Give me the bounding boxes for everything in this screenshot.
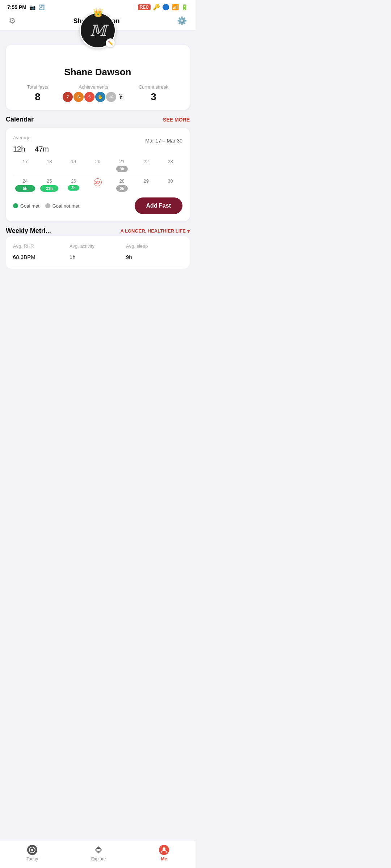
avatar-edit-button[interactable]: ✏️ xyxy=(106,38,115,48)
cal-day-24: 24 5h xyxy=(13,178,37,192)
weekly-metrics-card: Avg. RHR 68.3BPM Avg. activity 1h Avg. s… xyxy=(6,236,190,269)
badge-3: 5 xyxy=(84,91,95,103)
goal-not-met-dot xyxy=(45,203,50,208)
streak-label: Current streak xyxy=(139,84,168,90)
badge-1: 7 xyxy=(62,91,73,103)
day-num-26: 26 xyxy=(71,178,76,184)
video-icon: 📷 xyxy=(29,4,35,10)
day-num-23: 23 xyxy=(168,159,173,164)
cal-day-17: 17 xyxy=(13,159,37,172)
day-num-28: 28 xyxy=(119,178,125,184)
day-num-29: 29 xyxy=(143,178,148,184)
day-num-19: 19 xyxy=(71,159,76,164)
crown-icon: 👑 xyxy=(93,12,103,17)
profile-info: Shane Dawson Total fasts 8 Achievements … xyxy=(13,67,182,103)
day-24-pill: 5h xyxy=(15,185,35,192)
cal-day-27: 27 xyxy=(86,178,110,192)
badge-more: +6 xyxy=(105,91,117,103)
weekly-subtitle-text: A LONGER, HEALTHIER LIFE xyxy=(120,228,186,234)
avg-sleep-label: Avg. sleep xyxy=(126,243,182,249)
achievements-stat: Achievements 7 6 5 🖐 +6 🖱 xyxy=(62,84,125,103)
profile-name: Shane Dawson xyxy=(13,67,182,78)
total-fasts-label: Total fasts xyxy=(27,84,49,90)
calendar-week1: 17 18 19 20 21 9h 22 23 xyxy=(13,159,182,172)
weekly-metrics-title: Weekly Metri... xyxy=(6,227,51,235)
avg-sleep-unit: h xyxy=(129,254,132,260)
calendar-section-header: Calendar SEE MORE xyxy=(0,116,196,123)
day-21-pill: 9h xyxy=(116,166,128,172)
badge-2: 6 xyxy=(73,91,84,103)
cursor-icon: 🖱 xyxy=(118,93,125,101)
cal-day-22: 22 xyxy=(134,159,158,172)
avg-rhr-unit: BPM xyxy=(24,254,35,260)
achievements-badges: 7 6 5 🖐 +6 🖱 xyxy=(62,91,125,103)
current-streak-stat: Current streak 3 xyxy=(139,84,168,103)
day-num-17: 17 xyxy=(22,159,28,164)
battery-icon: 🔋 xyxy=(181,4,188,10)
calendar-avg: Average 12h 47m xyxy=(13,135,49,154)
weekly-subtitle[interactable]: A LONGER, HEALTHIER LIFE ▾ xyxy=(120,228,190,234)
rec-icon: REC xyxy=(138,4,151,10)
avg-label: Average xyxy=(13,135,49,140)
avg-activity-unit: h xyxy=(72,254,75,260)
day-num-27: 27 xyxy=(94,178,102,186)
legend-goal-met: Goal met xyxy=(13,203,39,209)
calendar-card: Average 12h 47m Mar 17 – Mar 30 17 18 19 xyxy=(6,128,190,221)
cal-day-23: 23 xyxy=(158,159,182,172)
wifi-icon: 📶 xyxy=(172,4,179,10)
avg-minutes: 47m xyxy=(35,145,49,153)
calendar-week2: 24 5h 25 23h 26 3h 27 28 0h 29 30 xyxy=(13,178,182,192)
total-fasts-stat: Total fasts 8 xyxy=(27,84,49,103)
cast-icon: 🔄 xyxy=(38,4,45,10)
avg-rhr-value: 68.3BPM xyxy=(13,250,70,261)
status-right: REC 🔑 🔵 📶 🔋 xyxy=(138,4,188,10)
cal-day-26: 26 3h xyxy=(62,178,86,192)
legend: Goal met Goal not met xyxy=(13,203,79,209)
badge-4: 🖐 xyxy=(94,91,106,103)
avg-activity-label: Avg. activity xyxy=(70,243,126,249)
add-fast-button[interactable]: Add Fast xyxy=(135,197,182,214)
see-more-button[interactable]: SEE MORE xyxy=(163,117,190,123)
goal-met-label: Goal met xyxy=(20,203,39,209)
avatar-initial: 𝕄 xyxy=(90,22,106,39)
day-num-25: 25 xyxy=(47,178,52,184)
goal-met-dot xyxy=(13,203,18,208)
status-time: 7:55 PM xyxy=(7,4,26,10)
avg-hours: 12h xyxy=(13,145,25,153)
day-26-pill: 3h xyxy=(68,185,79,191)
avg-activity-metric: Avg. activity 1h xyxy=(70,243,126,261)
key-icon: 🔑 xyxy=(153,4,160,10)
profile-stats: Total fasts 8 Achievements 7 6 5 🖐 +6 🖱 xyxy=(13,84,182,103)
cal-day-29: 29 xyxy=(134,178,158,192)
scroll-area: 👑 𝕄 ✏️ Shane Dawson Total fasts 8 Achiev… xyxy=(0,30,196,302)
avg-activity-value: 1h xyxy=(70,250,126,261)
cal-day-19: 19 xyxy=(62,159,86,172)
avg-sleep-value: 9h xyxy=(126,250,182,261)
day-num-20: 20 xyxy=(95,159,100,164)
legend-goal-not-met: Goal not met xyxy=(45,203,79,209)
avg-rhr-metric: Avg. RHR 68.3BPM xyxy=(13,243,70,261)
status-left: 7:55 PM 📷 🔄 xyxy=(7,4,45,10)
day-num-22: 22 xyxy=(143,159,148,164)
achievements-label: Achievements xyxy=(79,84,108,90)
cal-day-18: 18 xyxy=(37,159,62,172)
day-num-21: 21 xyxy=(119,159,125,164)
day-num-24: 24 xyxy=(22,178,28,184)
cal-day-20: 20 xyxy=(86,159,110,172)
cal-day-21: 21 9h xyxy=(110,159,134,172)
weekly-metrics-header: Weekly Metri... A LONGER, HEALTHIER LIFE… xyxy=(0,227,196,235)
sliders-icon[interactable]: ⚙ xyxy=(9,16,16,26)
avg-value: 12h 47m xyxy=(13,141,49,154)
avg-sleep-metric: Avg. sleep 9h xyxy=(126,243,182,261)
chevron-down-icon: ▾ xyxy=(187,228,190,234)
date-range: Mar 17 – Mar 30 xyxy=(145,138,182,144)
calendar-divider xyxy=(13,176,182,176)
cal-day-30: 30 xyxy=(158,178,182,192)
avg-rhr-label: Avg. RHR xyxy=(13,243,70,249)
goal-not-met-label: Goal not met xyxy=(52,203,79,209)
total-fasts-value: 8 xyxy=(35,91,41,103)
day-28-pill: 0h xyxy=(116,185,128,192)
metrics-row: Avg. RHR 68.3BPM Avg. activity 1h Avg. s… xyxy=(13,243,182,261)
gear-icon[interactable]: ⚙️ xyxy=(177,16,187,26)
bluetooth-icon: 🔵 xyxy=(162,4,169,10)
